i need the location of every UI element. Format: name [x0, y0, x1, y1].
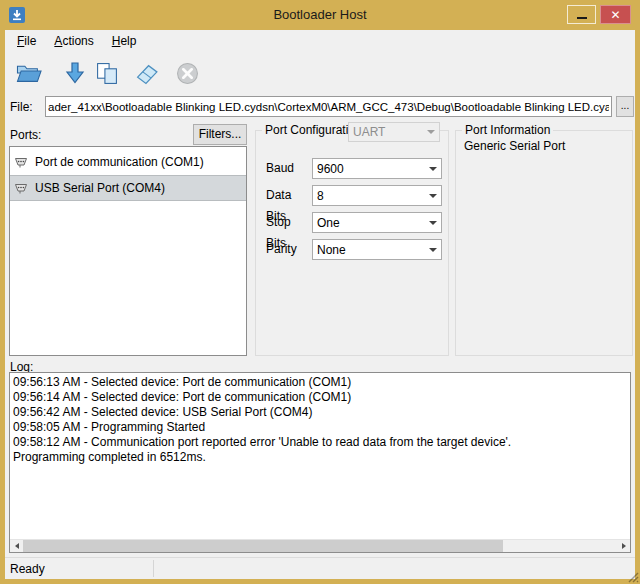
baud-select[interactable]: 9600	[312, 158, 442, 179]
parity-label: Parity	[266, 239, 312, 260]
abort-icon	[176, 62, 199, 85]
chevron-down-icon	[425, 221, 441, 225]
log-line: 09:58:05 AM - Programming Started	[13, 420, 627, 435]
parity-value: None	[313, 243, 425, 257]
log-line: 09:58:12 AM - Communication port reporte…	[13, 435, 627, 450]
minimize-button[interactable]	[567, 5, 596, 24]
stop-bits-value: One	[313, 216, 425, 230]
log-horizontal-scrollbar[interactable]	[10, 539, 630, 552]
program-arrow-icon	[65, 61, 85, 85]
abort-button	[171, 56, 203, 90]
erase-button[interactable]	[131, 56, 163, 90]
log-output[interactable]: 09:56:13 AM - Selected device: Port de c…	[9, 372, 631, 553]
port-type-select: UART	[348, 122, 440, 142]
serial-port-icon	[14, 156, 29, 169]
port-information-group: Port Information Generic Serial Port	[455, 130, 633, 356]
menu-help[interactable]: Help	[103, 31, 146, 51]
verify-pages-icon	[95, 62, 119, 85]
menubar: File Actions Help	[5, 30, 635, 52]
log-lines: 09:56:13 AM - Selected device: Port de c…	[13, 375, 627, 538]
port-information-label: Port Information	[462, 123, 553, 137]
chevron-down-icon	[425, 248, 441, 252]
data-bits-select[interactable]: 8	[312, 185, 442, 206]
erase-icon	[134, 62, 160, 85]
open-file-button[interactable]	[13, 56, 45, 90]
ports-label: Ports:	[10, 128, 41, 142]
port-configuration-group: Port Configuration UART Baud 9600 Data B…	[255, 130, 449, 356]
log-line: Programming completed in 6512ms.	[13, 450, 627, 465]
port-item-label: USB Serial Port (COM4)	[35, 181, 165, 195]
log-line: 09:56:13 AM - Selected device: Port de c…	[13, 375, 627, 390]
port-information-value: Generic Serial Port	[464, 139, 565, 153]
open-folder-icon	[15, 62, 43, 84]
close-button[interactable]: ✕	[600, 5, 631, 24]
status-text: Ready	[10, 562, 45, 576]
browse-button[interactable]: ...	[616, 96, 634, 117]
baud-value: 9600	[313, 162, 425, 176]
chevron-down-icon	[425, 167, 441, 171]
scrollbar-thumb[interactable]	[23, 540, 503, 552]
filters-button[interactable]: Filters...	[193, 124, 247, 145]
close-icon: ✕	[610, 8, 620, 22]
minimize-icon	[577, 17, 587, 19]
log-line: 09:56:14 AM - Selected device: Port de c…	[13, 390, 627, 405]
scroll-left-arrow-icon[interactable]	[10, 540, 23, 552]
menu-actions[interactable]: Actions	[45, 31, 102, 51]
titlebar[interactable]: Bootloader Host ✕	[0, 0, 640, 30]
scroll-right-arrow-icon[interactable]	[617, 540, 630, 552]
serial-port-icon	[14, 182, 29, 195]
toolbar	[5, 52, 635, 94]
window-content: File Actions Help	[5, 30, 635, 579]
file-path-input[interactable]	[45, 96, 612, 117]
window-title: Bootloader Host	[0, 7, 640, 22]
menu-file[interactable]: File	[8, 31, 45, 51]
log-line: 09:56:42 AM - Selected device: USB Seria…	[13, 405, 627, 420]
port-list-item-com4[interactable]: USB Serial Port (COM4)	[10, 175, 246, 201]
port-item-label: Port de communication (COM1)	[35, 155, 204, 169]
chevron-down-icon	[425, 194, 441, 198]
port-list-item-com1[interactable]: Port de communication (COM1)	[10, 149, 246, 175]
ports-list[interactable]: Port de communication (COM1) USB Serial …	[9, 146, 247, 356]
app-window: Bootloader Host ✕ File Actions Help	[0, 0, 640, 584]
port-type-value: UART	[349, 125, 423, 139]
statusbar: Ready	[5, 557, 635, 579]
program-button[interactable]	[59, 56, 91, 90]
baud-label: Baud	[266, 158, 312, 179]
parity-select[interactable]: None	[312, 239, 442, 260]
file-label: File:	[10, 100, 33, 114]
data-bits-value: 8	[313, 189, 425, 203]
chevron-down-icon	[423, 130, 439, 134]
stop-bits-select[interactable]: One	[312, 212, 442, 233]
verify-button[interactable]	[91, 56, 123, 90]
status-divider	[153, 560, 154, 577]
resize-grip[interactable]	[625, 569, 639, 583]
